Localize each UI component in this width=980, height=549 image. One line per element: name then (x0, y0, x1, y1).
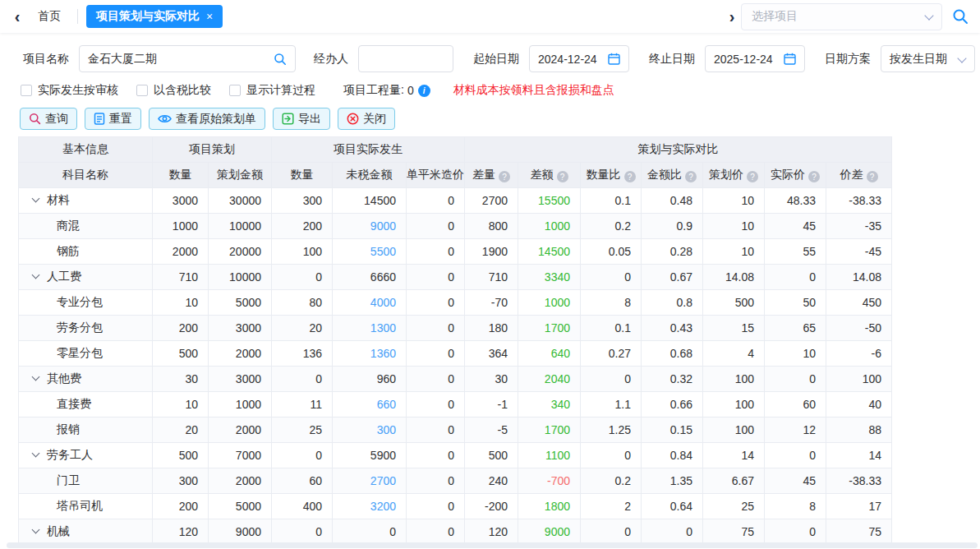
cell-value: 0 (448, 347, 454, 360)
value-cell: 1.35 (642, 468, 703, 494)
table-row: 劳务工人5007000059000500110000.8414014 (19, 443, 892, 468)
calendar-icon[interactable] (784, 53, 796, 65)
cell-value: 40 (868, 398, 881, 411)
value-cell: 0 (407, 367, 465, 392)
date-scheme-select[interactable]: 按发生日期 (881, 45, 975, 72)
end-date-value[interactable] (714, 53, 779, 66)
value-cell: 0.28 (642, 239, 703, 265)
amount-link[interactable]: 660 (377, 398, 396, 411)
checkbox-label: 以含税比较 (154, 83, 211, 98)
query-button[interactable]: 查询 (20, 108, 77, 130)
project-name-input[interactable] (79, 45, 296, 72)
amount-link[interactable]: 1300 (370, 321, 396, 334)
tab-close-icon[interactable]: × (206, 10, 213, 23)
cell-value: 0.28 (670, 245, 692, 258)
cell-value: -50 (865, 321, 881, 334)
cell-value: 5000 (236, 296, 261, 309)
checkbox-tax-included[interactable]: 以含税比较 (136, 83, 211, 98)
collapse-caret-icon[interactable] (32, 527, 40, 535)
export-button[interactable]: 导出 (273, 108, 330, 130)
value-cell: 0 (333, 519, 407, 545)
cell-value: 6.67 (732, 474, 754, 487)
value-cell: 60 (272, 468, 333, 494)
cell-value: 48.33 (787, 194, 816, 207)
value-cell: 0 (407, 519, 465, 545)
checkbox-show-calculation[interactable]: 显示计算过程 (229, 83, 315, 98)
cell-value: 5000 (236, 500, 261, 513)
checkbox-icon[interactable] (229, 85, 241, 96)
export-icon (282, 113, 294, 125)
cell-value: 100 (863, 372, 881, 385)
help-icon[interactable]: ? (808, 171, 820, 182)
help-icon[interactable]: ? (867, 171, 878, 182)
calendar-icon[interactable] (608, 53, 620, 65)
value-cell: 340 (518, 392, 581, 418)
cell-value: -45 (865, 245, 881, 258)
value-cell: 450 (826, 290, 892, 316)
group-header: 项目策划 (153, 137, 272, 163)
checkbox-actual-audit[interactable]: 实际发生按审核 (21, 83, 118, 98)
group-header: 项目实际发生 (272, 137, 465, 163)
tabs-scroll-right-icon[interactable]: › (723, 8, 741, 25)
help-icon[interactable]: ? (747, 171, 758, 182)
start-date-value[interactable] (538, 53, 603, 66)
value-cell: 10 (703, 239, 765, 265)
cell-value: 500 (489, 449, 508, 462)
value-cell: 200 (153, 494, 209, 519)
project-name-value[interactable] (88, 53, 269, 66)
tab-active-project-compare[interactable]: 项目策划与实际对比 × (86, 5, 223, 28)
project-select-dropdown[interactable]: 选择项目 (741, 3, 942, 30)
value-cell: 25 (272, 418, 333, 443)
project-search-icon[interactable] (274, 53, 287, 66)
value-cell: -70 (465, 290, 518, 316)
cell-value: 30 (495, 372, 508, 385)
end-date-input[interactable] (705, 45, 805, 72)
help-icon[interactable]: ? (499, 171, 510, 182)
help-icon[interactable]: ? (624, 171, 636, 182)
cell-value: 120 (179, 525, 198, 538)
cell-value: 6660 (370, 270, 396, 284)
column-header-row: 科目名称数量策划金额数量未税金额单平米造价?差量?差额?数量比?金额比?策划价?… (19, 163, 892, 188)
collapse-caret-icon[interactable] (32, 196, 40, 204)
amount-link[interactable]: 300 (377, 423, 396, 436)
checkbox-icon[interactable] (136, 85, 148, 96)
cell-value: 1100 (545, 449, 570, 462)
collapse-caret-icon[interactable] (32, 272, 40, 280)
cell-value: 0.9 (677, 219, 692, 233)
value-cell: 1700 (518, 316, 581, 341)
tabs-scroll-left-icon[interactable]: ‹ (8, 8, 26, 25)
global-search-icon[interactable] (952, 8, 968, 25)
view-original-plan-button[interactable]: 查看原始策划单 (149, 108, 265, 130)
cell-value: 0.8 (677, 296, 692, 309)
reset-button[interactable]: 重置 (85, 108, 141, 130)
cell-value: 17 (868, 500, 881, 513)
amount-link[interactable]: 9000 (370, 219, 396, 233)
amount-link[interactable]: 1360 (370, 347, 396, 360)
agent-value[interactable] (367, 53, 444, 66)
agent-input[interactable] (358, 45, 453, 72)
cell-value: 8 (809, 500, 816, 513)
horizontal-scrollbar[interactable] (7, 542, 978, 548)
amount-link[interactable]: 2700 (370, 474, 396, 487)
value-cell: 2700 (333, 468, 407, 494)
value-cell: 0 (407, 188, 465, 214)
checkbox-icon[interactable] (21, 85, 32, 96)
cell-value: 0 (315, 449, 322, 462)
help-icon[interactable]: ? (557, 171, 568, 182)
amount-link[interactable]: 4000 (370, 296, 396, 309)
info-icon[interactable]: i (418, 85, 430, 97)
column-header-label: 差量 (472, 168, 495, 181)
help-icon[interactable]: ? (685, 171, 697, 182)
amount-link[interactable]: 3200 (370, 500, 396, 513)
cell-value: 200 (179, 500, 198, 513)
amount-link[interactable]: 5500 (370, 245, 396, 258)
options-row: 实际发生按审核 以含税比较 显示计算过程 项目工程量: 0 i 材料成本按领料且… (21, 82, 980, 99)
value-cell: 200 (272, 214, 333, 239)
close-button[interactable]: 关闭 (338, 108, 395, 130)
collapse-caret-icon[interactable] (32, 374, 40, 382)
collapse-caret-icon[interactable] (32, 450, 40, 459)
value-cell: 0 (407, 290, 465, 316)
cell-value: 20000 (229, 245, 261, 258)
tab-home[interactable]: 首页 (38, 9, 61, 24)
start-date-input[interactable] (529, 45, 629, 72)
